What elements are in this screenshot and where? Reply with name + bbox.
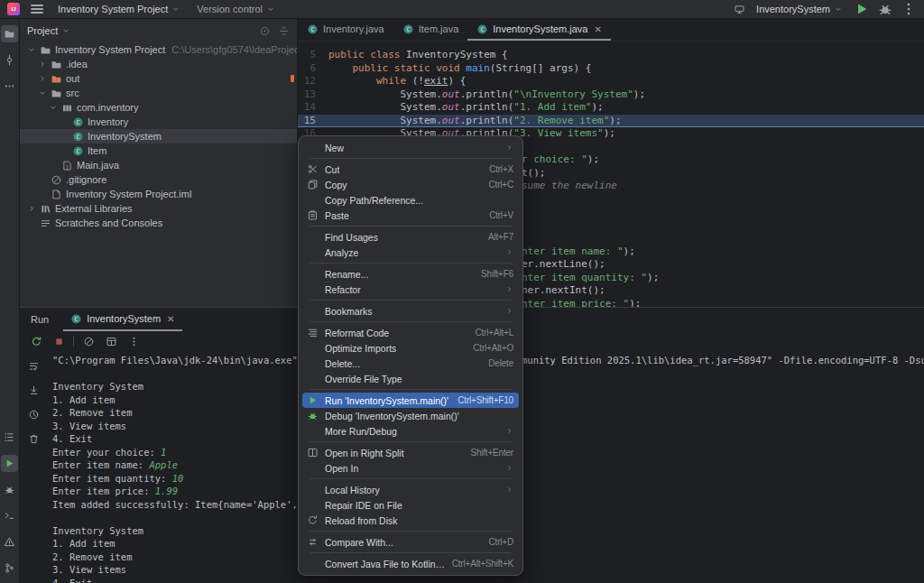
- tool-window-button-run[interactable]: [1, 455, 18, 472]
- console-clear-output-button[interactable]: [80, 333, 97, 349]
- tool-window-button-structure[interactable]: [1, 429, 18, 446]
- menu-item-open-in[interactable]: Open In: [302, 460, 519, 476]
- menu-item-right: Ctrl+C: [489, 180, 513, 190]
- menu-item-run-inventorysystem-main[interactable]: Run 'InventorySystem.main()'Ctrl+Shift+F…: [302, 393, 519, 408]
- console-stop-button[interactable]: [51, 333, 67, 349]
- menu-item-refactor[interactable]: Refactor: [302, 282, 519, 297]
- tree-item-main-java[interactable]: JMain.java: [20, 158, 297, 172]
- tree-item--gitignore[interactable]: .gitignore: [20, 172, 297, 187]
- select-opened-file-button[interactable]: [259, 25, 271, 37]
- project-panel-title[interactable]: Project: [27, 25, 58, 36]
- run-tab-inventorysystem[interactable]: CInventorySystem✕: [63, 308, 181, 331]
- more-actions-button[interactable]: [901, 1, 917, 17]
- main-menu-button[interactable]: [29, 1, 45, 17]
- editor-tab-inventorysystem-java[interactable]: CInventorySystem.java✕: [467, 19, 611, 41]
- menu-item-new[interactable]: New: [302, 140, 519, 155]
- tree-item-inventory-system-project-iml[interactable]: Inventory System Project.iml: [20, 187, 297, 201]
- intellij-logo[interactable]: IJ: [7, 3, 20, 15]
- console-layout-settings-button[interactable]: [103, 333, 119, 349]
- menu-item-copy[interactable]: CopyCtrl+C: [302, 177, 519, 192]
- tool-window-button-version-control[interactable]: [1, 560, 18, 577]
- menu-item-paste[interactable]: PasteCtrl+V: [302, 208, 519, 223]
- menu-item-optimize-imports[interactable]: Optimize ImportsCtrl+Alt+O: [302, 340, 519, 356]
- menu-separator: [310, 552, 512, 553]
- line-number[interactable]: 13: [298, 88, 328, 102]
- tree-item-inventory-system-project[interactable]: Inventory System ProjectC:\Users\gfg0574…: [20, 42, 297, 57]
- menu-item-analyze[interactable]: Analyze: [302, 245, 519, 260]
- menu-item-local-history[interactable]: Local History: [302, 482, 519, 497]
- tree-item-inventorysystem[interactable]: CInventorySystem: [20, 129, 297, 143]
- menu-item-right: [505, 486, 513, 494]
- editor-tab-item-java[interactable]: CItem.java: [393, 19, 468, 41]
- tree-item-com-inventory[interactable]: com.inventory: [20, 100, 297, 115]
- chevron-down-icon: [61, 26, 70, 35]
- line-number[interactable]: 12: [298, 75, 328, 88]
- tree-item-icon: [49, 189, 63, 200]
- console-rerun-button[interactable]: [28, 333, 44, 349]
- tool-window-button-commit[interactable]: [1, 51, 18, 69]
- menu-item-copy-path-reference[interactable]: Copy Path/Reference...: [302, 192, 519, 208]
- tree-item-scratches-and-consoles[interactable]: Scratches and Consoles: [20, 216, 297, 230]
- chev-right-icon: [38, 74, 47, 83]
- console-soft-wrap-button[interactable]: [25, 357, 42, 374]
- menu-item-find-usages[interactable]: Find UsagesAlt+F7: [302, 229, 519, 245]
- tool-window-button-debug[interactable]: [1, 481, 18, 498]
- menu-item-debug-inventorysystem-main[interactable]: Debug 'InventorySystem.main()': [302, 408, 519, 423]
- tree-item-item[interactable]: CItem: [20, 143, 297, 158]
- tree-item-src[interactable]: src: [20, 86, 297, 100]
- run-button[interactable]: [854, 1, 870, 17]
- tool-window-button-problems[interactable]: [1, 533, 18, 551]
- line-number[interactable]: 5: [298, 49, 328, 62]
- tree-item-inventory[interactable]: CInventory: [20, 115, 297, 129]
- line-number[interactable]: 6: [298, 62, 328, 76]
- chev-down-icon: [38, 88, 47, 97]
- editor-tab-inventory-java[interactable]: CInventory.java: [298, 19, 393, 41]
- menu-item-override-file-type[interactable]: Override File Type: [302, 371, 519, 386]
- code-token: r choice: ": [522, 153, 587, 165]
- tool-window-button-terminal[interactable]: [1, 507, 18, 524]
- menu-item-rename[interactable]: Rename...Shift+F6: [302, 266, 519, 282]
- code-fragment: t();: [522, 167, 546, 180]
- code-token: );: [609, 115, 621, 128]
- close-tab-icon[interactable]: ✕: [594, 24, 601, 34]
- run-panel-title[interactable]: Run: [31, 308, 49, 331]
- project-widget[interactable]: Inventory System Project: [54, 2, 184, 16]
- menu-item-more-run-debug[interactable]: More Run/Debug: [302, 423, 519, 439]
- collapse-all-button[interactable]: [278, 25, 290, 37]
- console-history-button[interactable]: [25, 406, 42, 422]
- menu-item-cut[interactable]: CutCtrl+X: [302, 162, 519, 177]
- menu-item-reformat-code[interactable]: Reformat CodeCtrl+Alt+L: [302, 325, 519, 340]
- tree-chevron: [25, 204, 38, 213]
- console-scroll-to-end-button[interactable]: [25, 382, 42, 398]
- code-fragment: ner.nextInt();: [522, 284, 605, 298]
- tree-item-icon: C: [70, 145, 85, 157]
- code-token: sume the newline: [522, 180, 617, 191]
- console-more-options-button[interactable]: [125, 333, 142, 349]
- svg-text:J: J: [65, 162, 68, 170]
- line-number[interactable]: 15: [298, 115, 328, 128]
- run-config-widget[interactable]: InventorySystem: [753, 2, 846, 16]
- tool-window-button-more-tools[interactable]: [1, 78, 18, 95]
- close-tab-icon[interactable]: ✕: [167, 314, 174, 324]
- menu-item-delete[interactable]: Delete...Delete: [302, 356, 519, 371]
- menu-item-reload-from-disk[interactable]: Reload from Disk: [302, 513, 519, 528]
- menu-item-compare-with[interactable]: Compare With...Ctrl+D: [302, 534, 519, 550]
- code-fragment: er.nextLine();: [522, 258, 605, 272]
- code-token: InventorySystem {: [406, 49, 508, 62]
- version-control-widget[interactable]: Version control: [193, 2, 279, 16]
- menu-item-icon-slot: [306, 410, 319, 421]
- line-number[interactable]: 14: [298, 101, 328, 115]
- menu-item-open-in-right-split[interactable]: Open in Right SplitShift+Enter: [302, 445, 519, 460]
- menu-item-repair-ide-on-file[interactable]: Repair IDE on File: [302, 497, 519, 513]
- code-token: );: [633, 88, 645, 102]
- menu-item-bookmarks[interactable]: Bookmarks: [302, 303, 519, 319]
- menu-item-convert-java-file-to-kotlin-file[interactable]: Convert Java File to Kotlin FileCtrl+Alt…: [302, 556, 519, 571]
- tree-item-out[interactable]: out: [20, 71, 297, 86]
- console-clear-all-button[interactable]: [25, 430, 42, 447]
- debug-button[interactable]: [877, 1, 893, 17]
- tree-item--idea[interactable]: .idea: [20, 57, 297, 71]
- code-token: while: [376, 75, 412, 88]
- tool-window-button-project[interactable]: [1, 25, 18, 42]
- menu-item-label: Delete...: [325, 358, 360, 369]
- tree-item-external-libraries[interactable]: External Libraries: [20, 201, 297, 216]
